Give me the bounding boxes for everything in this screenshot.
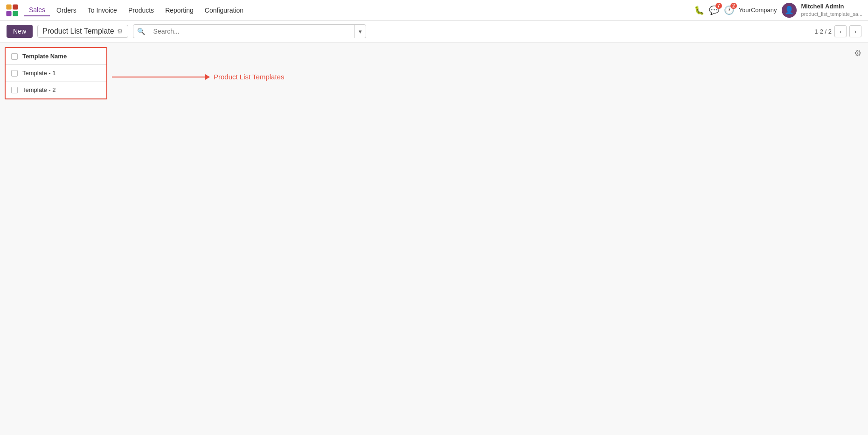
column-template-name: Template Name [22, 53, 67, 60]
user-info: Mitchell Admin product_list_template_sa.… [801, 3, 862, 17]
top-navbar: Sales Orders To Invoice Products Reporti… [0, 0, 868, 21]
action-bar: New Product List Template ⚙ 🔍 ▾ 1-2 / 2 … [0, 21, 868, 42]
main-content: Template Name Template - 1 Template - 2 … [0, 42, 868, 104]
messaging-badge: 7 [715, 3, 722, 9]
activity-icon-btn[interactable]: 🕐 2 [724, 5, 734, 15]
search-icon: 🔍 [133, 28, 149, 35]
svg-rect-3 [13, 11, 18, 16]
search-input[interactable] [149, 25, 354, 38]
pagination-prev-button[interactable]: ‹ [834, 25, 847, 37]
pagination-label: 1-2 / 2 [814, 28, 832, 35]
list-settings-icon[interactable]: ⚙ [854, 49, 861, 58]
list-table: Template Name Template - 1 Template - 2 [5, 47, 107, 99]
gear-icon[interactable]: ⚙ [117, 28, 123, 35]
row2-checkbox[interactable] [11, 87, 18, 93]
arrow-line [112, 77, 205, 77]
svg-rect-2 [6, 11, 11, 16]
breadcrumb-title: Product List Template ⚙ [37, 25, 128, 38]
arrow-head-icon [205, 74, 210, 80]
select-all-checkbox[interactable] [11, 53, 18, 60]
annotation-label: Product List Templates [214, 73, 284, 81]
user-record: product_list_template_sa... [801, 11, 862, 17]
svg-rect-0 [6, 4, 11, 9]
row2-label: Template - 2 [22, 86, 56, 93]
page-title: Product List Template [42, 27, 114, 35]
nav-item-configuration[interactable]: Configuration [200, 5, 248, 16]
navbar-right: 🐛 💬 7 🕐 2 YourCompany 👤 Mitchell Admin p… [694, 3, 862, 18]
list-item[interactable]: Template - 2 [6, 82, 106, 98]
odoo-logo-icon[interactable] [6, 4, 19, 17]
annotation-container: Product List Templates [112, 42, 868, 104]
nav-item-to-invoice[interactable]: To Invoice [83, 5, 122, 16]
user-avatar[interactable]: 👤 [782, 3, 797, 18]
pagination: 1-2 / 2 ‹ › [814, 25, 861, 37]
company-name[interactable]: YourCompany [739, 7, 777, 14]
debug-icon-btn[interactable]: 🐛 [694, 5, 704, 15]
svg-rect-1 [13, 4, 18, 9]
nav-item-sales[interactable]: Sales [24, 4, 50, 16]
new-button[interactable]: New [7, 25, 33, 38]
list-settings-area: ⚙ [854, 48, 861, 58]
user-name: Mitchell Admin [801, 3, 862, 11]
messaging-icon-btn[interactable]: 💬 7 [709, 5, 719, 15]
list-header: Template Name [6, 48, 106, 65]
search-container: 🔍 ▾ [133, 24, 366, 38]
list-item[interactable]: Template - 1 [6, 65, 106, 82]
nav-item-reporting[interactable]: Reporting [160, 5, 198, 16]
annotation-arrow: Product List Templates [112, 73, 868, 81]
row1-label: Template - 1 [22, 70, 56, 77]
nav-item-products[interactable]: Products [124, 5, 159, 16]
activity-badge: 2 [730, 3, 737, 9]
pagination-next-button[interactable]: › [849, 25, 861, 37]
nav-item-orders[interactable]: Orders [52, 5, 81, 16]
search-dropdown-button[interactable]: ▾ [354, 25, 366, 38]
row1-checkbox[interactable] [11, 70, 18, 77]
